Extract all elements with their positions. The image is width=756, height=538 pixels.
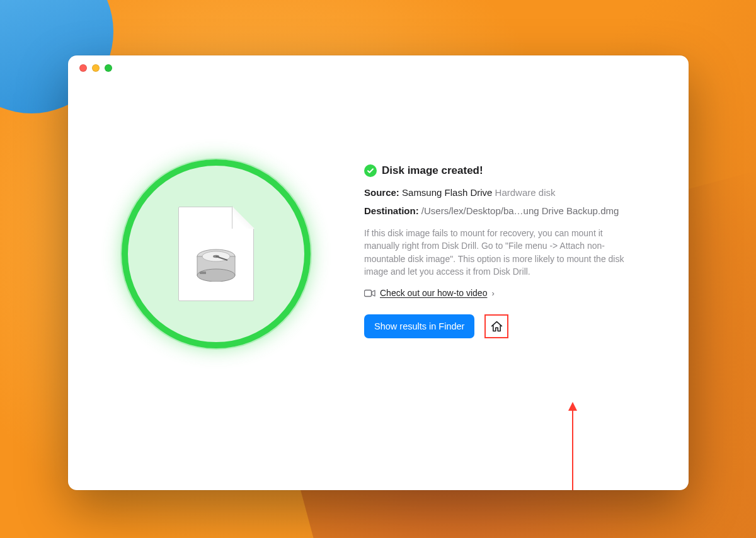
show-in-finder-button[interactable]: Show results in Finder (364, 314, 474, 338)
svg-rect-7 (365, 290, 372, 296)
chevron-right-icon: › (491, 289, 494, 298)
video-link-text: Check out our how-to video (380, 288, 487, 298)
checkmark-icon (364, 164, 377, 177)
svg-marker-9 (568, 402, 577, 411)
home-button[interactable] (486, 316, 507, 337)
video-camera-icon (364, 289, 375, 297)
app-window: Disk image created! Source: Samsung Flas… (68, 55, 689, 490)
destination-line: Destination: /Users/lex/Desktop/ba…ung D… (364, 204, 651, 219)
destination-path: /Users/lex/Desktop/ba…ung Drive Backup.d… (421, 205, 619, 216)
svg-rect-6 (200, 272, 206, 274)
svg-point-2 (197, 269, 235, 282)
titlebar (68, 55, 689, 81)
home-icon (490, 320, 503, 333)
hard-disk-icon (194, 249, 238, 282)
success-circle (122, 159, 311, 348)
window-close-button[interactable] (79, 64, 87, 72)
disk-image-document-icon (178, 207, 254, 301)
illustration-pane (68, 159, 364, 348)
destination-label: Destination: (364, 205, 419, 216)
source-value: Samsung Flash Drive (402, 187, 492, 198)
source-line: Source: Samsung Flash Drive Hardware dis… (364, 186, 651, 200)
source-kind: Hardware disk (495, 187, 556, 198)
details-pane: Disk image created! Source: Samsung Flas… (364, 159, 689, 348)
status-heading: Disk image created! (364, 164, 651, 177)
help-text: If this disk image fails to mount for re… (364, 227, 635, 278)
video-link[interactable]: Check out our how-to video › (364, 288, 651, 298)
window-maximize-button[interactable] (105, 64, 112, 72)
status-title: Disk image created! (382, 164, 483, 177)
source-label: Source: (364, 187, 399, 198)
window-minimize-button[interactable] (92, 64, 100, 72)
content-area: Disk image created! Source: Samsung Flas… (68, 159, 689, 348)
action-row: Show results in Finder (364, 314, 651, 338)
annotation-arrow (566, 402, 579, 490)
home-button-highlight-box (484, 314, 508, 338)
